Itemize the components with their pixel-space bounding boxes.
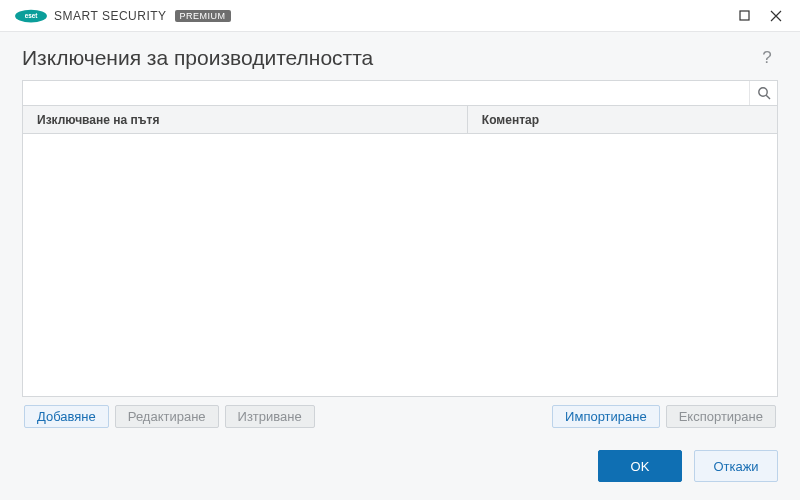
import-button[interactable]: Импортиране	[552, 405, 660, 428]
header: Изключения за производителността ?	[0, 32, 800, 80]
svg-point-3	[758, 88, 766, 96]
close-icon	[770, 10, 782, 22]
cancel-button[interactable]: Откажи	[694, 450, 778, 482]
help-icon: ?	[762, 48, 771, 68]
search-input[interactable]	[23, 81, 749, 105]
search-icon	[757, 86, 771, 100]
table-body	[23, 134, 777, 396]
window: eset SMART SECURITY PREMIUM Изключения з…	[0, 0, 800, 500]
export-button: Експортиране	[666, 405, 776, 428]
svg-rect-2	[740, 11, 749, 20]
eset-logo-icon: eset	[14, 8, 48, 24]
search-button[interactable]	[749, 81, 777, 105]
ok-button[interactable]: OK	[598, 450, 682, 482]
svg-text:eset: eset	[25, 12, 39, 19]
table-header: Изключване на пътя Коментар	[23, 106, 777, 134]
maximize-button[interactable]	[728, 0, 760, 32]
brand-name: SMART SECURITY	[54, 9, 167, 23]
content: Изключване на пътя Коментар Добавяне Ред…	[0, 80, 800, 434]
exclusions-table: Изключване на пътя Коментар	[22, 106, 778, 397]
column-header-comment[interactable]: Коментар	[468, 106, 777, 133]
delete-button: Изтриване	[225, 405, 315, 428]
add-button[interactable]: Добавяне	[24, 405, 109, 428]
maximize-icon	[739, 10, 750, 21]
help-button[interactable]: ?	[756, 47, 778, 69]
column-header-path[interactable]: Изключване на пътя	[23, 106, 468, 133]
footer: OK Откажи	[0, 434, 800, 500]
table-toolbar: Добавяне Редактиране Изтриване Импортира…	[22, 397, 778, 434]
search-bar	[22, 80, 778, 106]
brand-badge: PREMIUM	[175, 10, 231, 22]
titlebar: eset SMART SECURITY PREMIUM	[0, 0, 800, 32]
edit-button: Редактиране	[115, 405, 219, 428]
page-title: Изключения за производителността	[22, 46, 756, 70]
close-button[interactable]	[760, 0, 792, 32]
brand: eset SMART SECURITY PREMIUM	[14, 8, 231, 24]
